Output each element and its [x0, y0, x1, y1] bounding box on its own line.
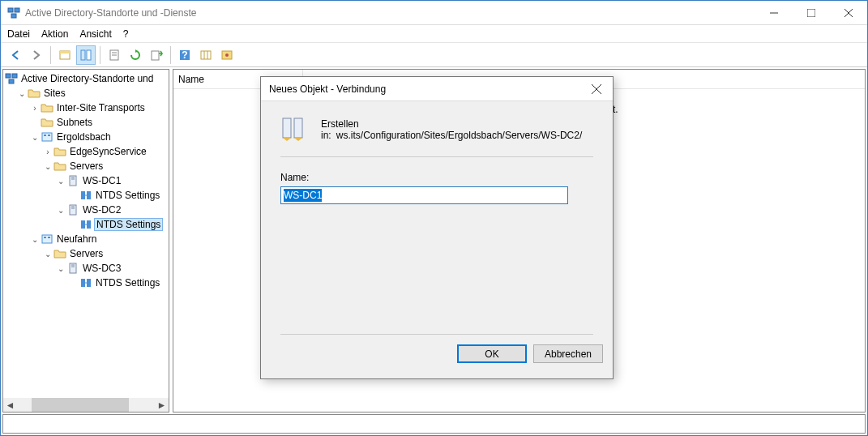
svg-rect-1 — [15, 8, 19, 12]
filter-button[interactable] — [217, 45, 237, 65]
svg-rect-23 — [12, 74, 17, 78]
ntds-icon — [79, 189, 92, 202]
delete-button[interactable] — [105, 45, 124, 65]
tree-site-ergoldsbach[interactable]: ⌄ Ergoldsbach — [3, 130, 169, 144]
svg-rect-26 — [44, 135, 46, 136]
chevron-down-icon[interactable]: ⌄ — [55, 206, 66, 215]
svg-rect-24 — [9, 79, 14, 83]
toolbar-separator — [100, 46, 100, 64]
site-icon — [41, 233, 53, 246]
menu-view[interactable]: Ansicht — [79, 28, 111, 40]
svg-rect-32 — [87, 191, 91, 199]
menu-file[interactable]: Datei — [7, 28, 30, 40]
toolbar: ? — [1, 43, 867, 67]
svg-rect-0 — [8, 8, 13, 12]
tree-ntds-3[interactable]: NTDS Settings — [3, 276, 169, 290]
svg-rect-22 — [6, 74, 11, 78]
toolbar-separator — [50, 46, 51, 64]
tree-label: WS-DC2 — [81, 204, 122, 216]
export-button[interactable] — [147, 45, 166, 65]
chevron-down-icon[interactable]: ⌄ — [42, 162, 53, 171]
tree-label: Neufahrn — [55, 233, 98, 245]
tree-panel[interactable]: Active Directory-Standorte und ⌄ Sites ›… — [2, 69, 169, 412]
tree-subnets[interactable]: Subnets — [3, 115, 169, 130]
tree-dc1[interactable]: ⌄ WS-DC1 — [3, 173, 169, 188]
tree-spacer — [68, 220, 79, 229]
svg-rect-27 — [48, 135, 50, 136]
folder-icon — [41, 116, 53, 129]
tree-root[interactable]: Active Directory-Standorte und — [3, 71, 169, 86]
tree-dc2[interactable]: ⌄ WS-DC2 — [3, 203, 169, 217]
nav-back-button[interactable] — [6, 45, 25, 65]
folder-icon — [53, 247, 66, 260]
name-label: Name: — [280, 172, 593, 183]
maximize-button[interactable] — [793, 1, 830, 25]
scroll-right-icon[interactable]: ► — [155, 398, 169, 412]
tree-label: WS-DC3 — [81, 263, 122, 274]
tree-sites[interactable]: ⌄ Sites — [3, 86, 169, 100]
chevron-down-icon[interactable]: ⌄ — [42, 250, 53, 259]
scroll-left-icon[interactable]: ◄ — [3, 398, 17, 412]
properties-button[interactable] — [76, 45, 96, 65]
close-button[interactable] — [830, 1, 867, 25]
scroll-thumb[interactable] — [32, 398, 129, 412]
menu-help[interactable]: ? — [123, 28, 129, 40]
horizontal-scrollbar[interactable]: ◄ ► — [3, 398, 169, 412]
new-connection-dialog: Neues Objekt - Verbindung Erstellen in: … — [260, 76, 614, 379]
ntds-icon — [79, 276, 92, 289]
dialog-close-button[interactable] — [580, 77, 613, 101]
tree-ist[interactable]: › Inter-Site Transports — [3, 100, 169, 115]
svg-rect-42 — [48, 237, 50, 238]
nav-forward-button[interactable] — [27, 45, 46, 65]
dialog-titlebar[interactable]: Neues Objekt - Verbindung — [261, 77, 613, 101]
svg-rect-51 — [283, 118, 291, 138]
show-hide-tree-button[interactable] — [55, 45, 75, 65]
tree-label: Inter-Site Transports — [55, 102, 147, 113]
tree-spacer — [68, 191, 79, 200]
svg-rect-17 — [201, 51, 211, 59]
svg-rect-37 — [81, 220, 85, 229]
chevron-down-icon[interactable]: ⌄ — [16, 89, 28, 98]
tree-label: EdgeSyncService — [68, 146, 148, 157]
server-icon — [66, 203, 79, 216]
titlebar: Active Directory-Standorte und -Dienste — [1, 1, 867, 25]
create-in-text: Erstellen in: ws.its/Configuration/Sites… — [321, 118, 593, 141]
ok-button[interactable]: OK — [457, 344, 527, 363]
app-icon — [7, 6, 20, 19]
tree-servers-2[interactable]: ⌄ Servers — [3, 246, 169, 261]
chevron-down-icon[interactable]: ⌄ — [29, 133, 41, 142]
chevron-down-icon[interactable]: ⌄ — [55, 177, 66, 186]
name-input[interactable]: WS-DC1 — [280, 186, 568, 204]
svg-rect-4 — [807, 9, 815, 17]
tree-label: Subnets — [55, 117, 94, 128]
tree-site-neufahrn[interactable]: ⌄ Neufahrn — [3, 232, 169, 246]
svg-rect-10 — [87, 50, 91, 60]
tree-edgesync[interactable]: › EdgeSyncService — [3, 144, 169, 159]
dialog-title-text: Neues Objekt - Verbindung — [269, 83, 580, 95]
tree-ntds-1[interactable]: NTDS Settings — [3, 188, 169, 203]
chevron-right-icon[interactable]: › — [42, 147, 53, 156]
tree-label: Servers — [68, 160, 105, 172]
tree-ntds-2[interactable]: NTDS Settings — [3, 217, 169, 232]
folder-icon — [41, 101, 53, 114]
sites-services-icon — [5, 72, 18, 85]
chevron-right-icon[interactable]: › — [29, 104, 41, 113]
tree-label: Sites — [42, 88, 67, 99]
minimize-button[interactable] — [755, 1, 793, 25]
chevron-down-icon[interactable]: ⌄ — [55, 264, 66, 273]
cancel-button[interactable]: Abbrechen — [533, 344, 603, 363]
view-columns-button[interactable] — [196, 45, 216, 65]
window-title: Active Directory-Standorte und -Dienste — [25, 7, 755, 19]
svg-rect-31 — [81, 191, 85, 199]
chevron-down-icon[interactable]: ⌄ — [29, 235, 41, 244]
tree-servers-1[interactable]: ⌄ Servers — [3, 159, 169, 173]
server-icon — [66, 262, 79, 275]
svg-rect-14 — [152, 51, 159, 60]
folder-icon — [53, 145, 66, 158]
tree-dc3[interactable]: ⌄ WS-DC3 — [3, 261, 169, 276]
svg-rect-9 — [81, 50, 85, 60]
help-button[interactable]: ? — [175, 45, 195, 65]
refresh-button[interactable] — [126, 45, 145, 65]
svg-rect-38 — [87, 220, 91, 229]
menu-action[interactable]: Aktion — [41, 28, 68, 40]
